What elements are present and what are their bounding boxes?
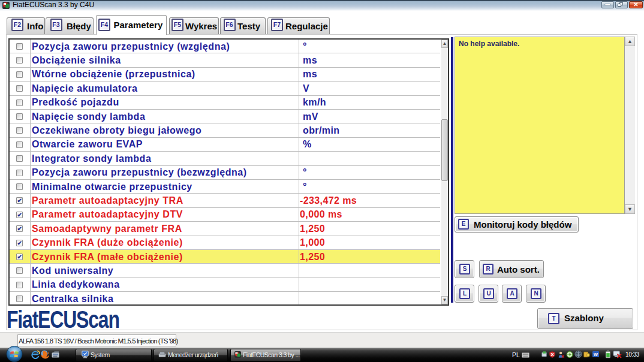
- svg-text:W: W: [594, 352, 598, 357]
